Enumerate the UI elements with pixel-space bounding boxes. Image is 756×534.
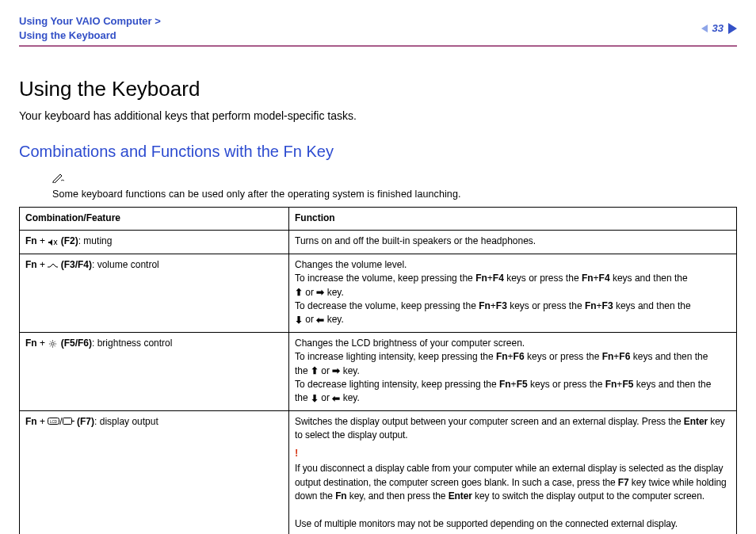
arrow-right-icon — [316, 288, 324, 297]
fn-label: Fn — [25, 235, 37, 246]
arrow-up-icon — [295, 288, 303, 297]
function-cell: Changes the volume level. To increase th… — [289, 254, 737, 332]
warning-icon: ! — [295, 446, 731, 461]
prev-page-icon[interactable] — [701, 25, 708, 32]
arrow-right-icon — [332, 366, 340, 376]
svg-text:LCD: LCD — [50, 419, 58, 423]
arrow-up-icon — [311, 366, 319, 376]
intro-text: Your keyboard has additional keys that p… — [19, 109, 737, 122]
table-row: Fn + (F5/F6): brightness control Changes… — [20, 332, 737, 410]
external-display-icon — [63, 418, 74, 427]
page-nav: 33 — [701, 22, 737, 34]
table-row: Fn + LCD/ (F7): display output Switches … — [20, 410, 737, 534]
arrow-down-icon — [311, 394, 319, 403]
brightness-icon — [48, 339, 58, 349]
function-cell: Switches the display output between your… — [289, 410, 737, 534]
arrow-down-icon — [295, 315, 303, 325]
svg-line-7 — [51, 341, 52, 342]
svg-line-9 — [51, 346, 52, 347]
lcd-icon: LCD — [48, 418, 59, 427]
page-number: 33 — [712, 22, 724, 34]
page-title: Using the Keyboard — [19, 77, 737, 101]
fn-label: Fn — [25, 338, 37, 349]
breadcrumb-line1: Using Your VAIO Computer > — [19, 14, 161, 29]
table-row: Fn + (F3/F4): volume control Changes the… — [20, 254, 737, 332]
next-page-icon[interactable] — [728, 23, 737, 34]
note-block: Some keyboard functions can be used only… — [52, 172, 737, 200]
section-heading: Combinations and Functions with the Fn K… — [19, 143, 737, 161]
svg-rect-13 — [63, 418, 71, 424]
function-cell: Turns on and off the built-in speakers o… — [289, 231, 737, 254]
breadcrumb-line2: Using the Keyboard — [19, 29, 161, 43]
fn-key-table: Combination/Feature Function Fn + (F2): … — [19, 207, 737, 534]
svg-line-10 — [55, 341, 55, 342]
pencil-note-icon — [52, 173, 65, 185]
combo-cell: Fn + (F3/F4): volume control — [20, 254, 289, 332]
breadcrumb: Using Your VAIO Computer > Using the Key… — [19, 14, 161, 42]
combo-cell: Fn + (F5/F6): brightness control — [20, 332, 289, 410]
mute-icon — [48, 237, 58, 246]
svg-point-2 — [52, 343, 54, 345]
volume-icon — [48, 261, 58, 270]
arrow-left-icon — [316, 315, 324, 325]
header-bar: Using Your VAIO Computer > Using the Key… — [19, 14, 737, 47]
function-cell: Changes the LCD brightness of your compu… — [289, 332, 737, 410]
combo-cell: Fn + (F2): muting — [20, 231, 289, 254]
fn-label: Fn — [25, 259, 37, 270]
note-text: Some keyboard functions can be used only… — [52, 189, 461, 200]
fn-label: Fn — [25, 416, 37, 427]
combo-cell: Fn + LCD/ (F7): display output — [20, 410, 289, 534]
table-header-left: Combination/Feature — [20, 208, 289, 231]
arrow-left-icon — [332, 394, 340, 403]
table-header-right: Function — [289, 208, 737, 231]
svg-line-8 — [55, 346, 55, 347]
table-row: Fn + (F2): muting Turns on and off the b… — [20, 231, 737, 254]
